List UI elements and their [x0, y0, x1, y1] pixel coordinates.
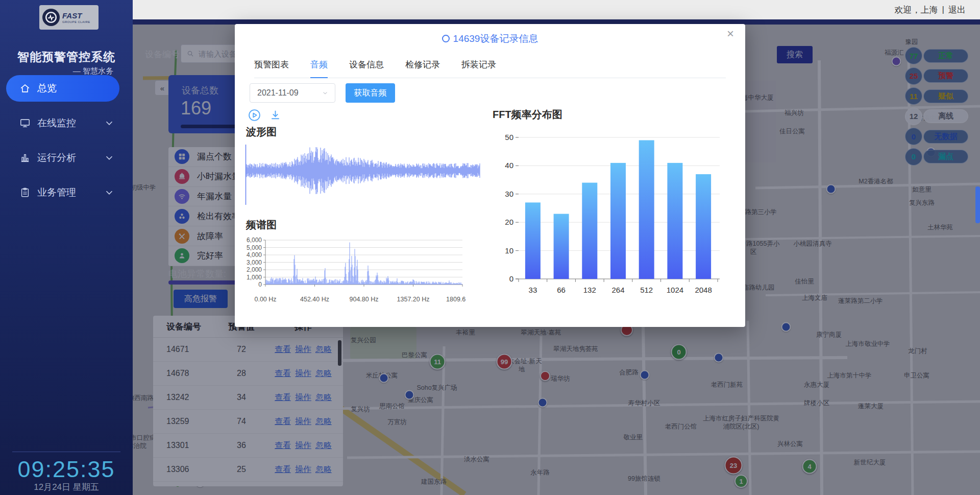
- brand-logo: FAST GROUPE CLAIRE: [39, 5, 99, 30]
- header-divider: |: [942, 5, 944, 15]
- tab-预警图表[interactable]: 预警图表: [254, 59, 289, 78]
- tab-设备信息[interactable]: 设备信息: [349, 59, 384, 78]
- tab-音频[interactable]: 音频: [310, 59, 328, 78]
- modal-tabs: 预警图表音频设备信息检修记录拆装记录: [254, 59, 726, 78]
- brand-name: FAST: [62, 12, 90, 19]
- device-record-modal: 14639设备记录信息 × 预警图表音频设备信息检修记录拆装记录 2021-11…: [235, 24, 745, 327]
- audio-controls: [248, 109, 282, 122]
- modal-title: 14639设备记录信息: [235, 32, 745, 45]
- svg-text:40: 40: [505, 161, 513, 170]
- sidebar-item-label: 运行分析: [37, 151, 76, 164]
- app-root: FAST GROUPE CLAIRE 智能预警管控系统 — 智慧水务 总览在线监…: [0, 0, 980, 495]
- svg-text:1,000: 1,000: [247, 274, 262, 281]
- close-icon[interactable]: ×: [724, 27, 737, 40]
- svg-text:1809.60 Hz: 1809.60 Hz: [446, 296, 465, 303]
- clipboard-icon: [19, 187, 31, 198]
- bar-chart-icon: [19, 152, 31, 163]
- sidebar: FAST GROUPE CLAIRE 智能预警管控系统 — 智慧水务 总览在线监…: [0, 0, 133, 495]
- spectrum-chart: 01,0002,0003,0004,0005,0006,0000.00 Hz45…: [245, 233, 465, 306]
- svg-text:5,000: 5,000: [247, 244, 262, 251]
- svg-text:0.00 Hz: 0.00 Hz: [254, 296, 276, 303]
- clock-divider: [12, 452, 120, 452]
- fft-bar-chart: 01020304050336613226451210242048: [495, 124, 725, 316]
- sidebar-item-label: 在线监控: [37, 116, 76, 130]
- svg-text:10: 10: [505, 246, 513, 255]
- svg-text:33: 33: [529, 286, 537, 294]
- tab-拆装记录[interactable]: 拆装记录: [461, 59, 496, 78]
- app-title: 智能预警管控系统: [0, 49, 133, 65]
- tab-检修记录[interactable]: 检修记录: [405, 59, 440, 78]
- svg-text:2048: 2048: [695, 286, 712, 294]
- waveform-title: 波形图: [246, 125, 277, 139]
- waveform-chart: [245, 143, 481, 207]
- download-icon[interactable]: [269, 109, 282, 122]
- svg-text:50: 50: [505, 133, 513, 142]
- play-icon[interactable]: [248, 109, 261, 122]
- sidebar-item-business-mgmt[interactable]: 业务管理: [0, 179, 133, 206]
- home-icon: [19, 83, 31, 94]
- fft-title: FFT频率分布图: [493, 108, 562, 122]
- chevron-down-icon: [104, 187, 115, 198]
- svg-text:6,000: 6,000: [247, 237, 262, 244]
- sidebar-item-overview[interactable]: 总览: [6, 75, 119, 102]
- sidebar-item-label: 总览: [37, 82, 57, 95]
- clock-time: 09:25:35: [0, 456, 133, 483]
- sidebar-item-run-analysis[interactable]: 运行分析: [0, 145, 133, 171]
- side-menu: 总览在线监控运行分析业务管理: [0, 75, 133, 214]
- svg-text:1024: 1024: [667, 286, 683, 294]
- svg-text:0: 0: [258, 281, 262, 288]
- svg-text:0: 0: [509, 274, 513, 283]
- svg-text:904.80 Hz: 904.80 Hz: [350, 296, 379, 303]
- record-circle-icon: [442, 35, 450, 42]
- svg-text:20: 20: [505, 218, 513, 226]
- svg-text:30: 30: [505, 190, 513, 198]
- chevron-down-icon: [104, 117, 115, 129]
- spectrum-title: 频谱图: [246, 218, 277, 232]
- date-select[interactable]: 2021-11-09: [250, 83, 335, 103]
- chevron-down-icon: [104, 152, 115, 163]
- date-select-value: 2021-11-09: [257, 88, 299, 98]
- fetch-audio-button[interactable]: 获取音频: [346, 83, 395, 103]
- svg-text:3,000: 3,000: [247, 259, 262, 266]
- svg-text:1357.20 Hz: 1357.20 Hz: [397, 296, 430, 303]
- chevron-down-icon: [322, 89, 329, 97]
- brand-subtitle: GROUPE CLAIRE: [62, 20, 90, 23]
- svg-text:512: 512: [640, 286, 653, 294]
- svg-text:2,000: 2,000: [247, 266, 262, 273]
- welcome-text: 欢迎，上海: [895, 4, 938, 16]
- sidebar-item-label: 业务管理: [37, 186, 76, 199]
- sidebar-item-online-monitor[interactable]: 在线监控: [0, 110, 133, 136]
- svg-text:132: 132: [583, 286, 596, 294]
- clock-date: 12月24日 星期五: [0, 481, 133, 493]
- monitor-icon: [19, 117, 31, 129]
- page-scrollbar-thumb[interactable]: [975, 186, 980, 223]
- pulse-logo-icon: [42, 9, 60, 26]
- logout-link[interactable]: 退出: [948, 4, 966, 16]
- svg-text:264: 264: [611, 286, 624, 294]
- svg-text:452.40 Hz: 452.40 Hz: [300, 296, 329, 303]
- svg-text:66: 66: [557, 286, 566, 294]
- top-header: 欢迎，上海 | 退出: [133, 0, 980, 19]
- svg-text:4,000: 4,000: [247, 251, 262, 258]
